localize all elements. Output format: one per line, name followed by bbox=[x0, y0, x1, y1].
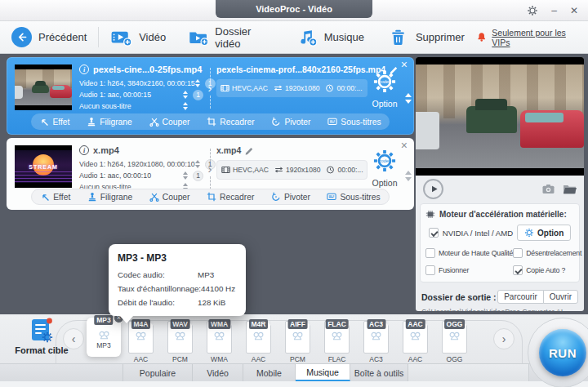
scroll-right-button[interactable]: › bbox=[493, 328, 514, 349]
browse-button[interactable]: Parcourir bbox=[497, 290, 544, 304]
format-card-wma[interactable]: WMA WMA bbox=[207, 321, 232, 363]
cut-button[interactable]: Couper bbox=[149, 192, 190, 202]
crop-icon bbox=[207, 192, 216, 202]
info-icon[interactable]: i bbox=[79, 145, 89, 155]
output-info-box: HEVC,AAC 1920x1080 00:00:... bbox=[216, 79, 368, 97]
video-thumbnail[interactable]: STREAM bbox=[15, 145, 72, 188]
video-thumbnail[interactable] bbox=[15, 64, 72, 110]
output-codec: HEVC,AAC bbox=[233, 166, 269, 174]
add-music-button[interactable]: Musique bbox=[284, 21, 376, 53]
reorder-arrows[interactable] bbox=[405, 171, 412, 181]
clock-icon bbox=[325, 84, 334, 92]
settings-gear-icon[interactable] bbox=[527, 5, 538, 16]
back-arrow-icon bbox=[11, 27, 32, 47]
play-button[interactable] bbox=[423, 179, 443, 199]
thumbnail-image: STREAM bbox=[15, 150, 72, 183]
video-track-stepper[interactable] bbox=[195, 79, 200, 87]
rename-pencil-icon[interactable] bbox=[245, 146, 254, 155]
media-item-2[interactable]: × STREAM i x.mp4 Video 1: h264, 1920x108… bbox=[7, 138, 414, 210]
add-video-button[interactable]: Vidéo bbox=[99, 21, 177, 53]
codec-option-button[interactable]: codec Option bbox=[363, 69, 406, 109]
output-codec: HEVC,AAC bbox=[232, 84, 268, 92]
rotate-button[interactable]: Pivoter bbox=[271, 192, 310, 202]
high-quality-option[interactable]: Moteur de Haute Qualité bbox=[425, 248, 513, 258]
videoproc-window: VideoProc - Vidéo – ✕ Précédent Vidéo Do… bbox=[0, 0, 588, 387]
resize-icon bbox=[274, 166, 283, 174]
format-card-aiff[interactable]: AIFF PCM bbox=[285, 321, 310, 363]
gear-icon bbox=[524, 228, 534, 238]
reel-icon bbox=[213, 331, 225, 340]
watermark-button[interactable]: Filigrane bbox=[87, 192, 133, 202]
high-quality-checkbox[interactable] bbox=[425, 248, 435, 258]
deinterlace-checkbox[interactable] bbox=[513, 248, 523, 258]
output-resolution: 1920x1080 bbox=[286, 166, 321, 174]
media-item-1[interactable]: × i pexels-cine...0-25fps.mp4 Video 1: h… bbox=[7, 57, 414, 135]
format-card-ac3[interactable]: AC3 AC3 bbox=[363, 321, 389, 363]
tab-populaire[interactable]: Populaire bbox=[122, 364, 193, 381]
source-filename: x.mp4 bbox=[93, 145, 119, 155]
info-icon[interactable]: i bbox=[79, 64, 89, 74]
format-card-m4r[interactable]: M4R AAC bbox=[246, 321, 271, 363]
run-button[interactable]: RUN bbox=[539, 329, 586, 376]
crop-button[interactable]: Recadrer bbox=[207, 192, 254, 202]
format-card-aac[interactable]: AAC AAC bbox=[403, 321, 428, 363]
scroll-left-button[interactable]: ‹ bbox=[63, 328, 84, 349]
snapshot-camera-icon[interactable] bbox=[541, 184, 555, 194]
scissors-icon bbox=[149, 117, 159, 127]
subtitles-icon bbox=[327, 192, 336, 202]
open-button[interactable]: Ouvrir bbox=[543, 290, 578, 304]
hardware-option-button[interactable]: Option bbox=[517, 225, 571, 241]
cut-button[interactable]: Couper bbox=[149, 117, 190, 127]
effect-button[interactable]: Effet bbox=[40, 192, 70, 202]
conversion-arrow: › bbox=[203, 149, 216, 189]
crop-button[interactable]: Recadrer bbox=[207, 117, 254, 127]
gpu-checkbox[interactable] bbox=[429, 228, 439, 238]
bell-icon bbox=[476, 31, 487, 43]
audio-track-label: Audio 1: aac, 00:00:15 bbox=[79, 91, 151, 99]
watermark-button[interactable]: Filigrane bbox=[87, 117, 132, 127]
subtitle-track-stepper[interactable] bbox=[183, 102, 188, 110]
video-add-icon bbox=[110, 29, 132, 47]
effect-button[interactable]: Effet bbox=[39, 117, 69, 127]
format-card-flac[interactable]: FLAC FLAC bbox=[324, 321, 350, 363]
subtitles-icon bbox=[327, 117, 337, 127]
subtitles-button[interactable]: Sous-titres bbox=[327, 117, 381, 127]
tab-musique[interactable]: Musique bbox=[296, 364, 350, 381]
tab-mobile[interactable]: Mobile bbox=[243, 364, 296, 381]
reorder-arrows[interactable] bbox=[405, 93, 412, 104]
video-track-label: Video 1: h264, 3840x2160, 00:00:15 bbox=[79, 79, 195, 87]
video-track-stepper[interactable] bbox=[195, 160, 200, 168]
audio-track-stepper[interactable] bbox=[183, 171, 188, 180]
subtitles-button[interactable]: Sous-titres bbox=[327, 192, 380, 202]
add-video-folder-button[interactable]: Dossier vidéo bbox=[177, 21, 284, 53]
gpu-label: NVIDIA / Intel / AMD bbox=[443, 229, 513, 238]
reel-icon bbox=[252, 331, 265, 340]
audio-track-stepper[interactable] bbox=[183, 91, 188, 99]
back-button[interactable]: Précédent bbox=[0, 21, 98, 53]
chip-icon bbox=[425, 210, 435, 219]
codec-option-button[interactable]: codec Option bbox=[363, 148, 406, 188]
rotate-button[interactable]: Pivoter bbox=[271, 117, 310, 127]
crop-icon bbox=[207, 117, 216, 127]
tab-video[interactable]: Vidéo bbox=[193, 364, 243, 381]
format-card-ogg[interactable]: OGG OGG bbox=[442, 321, 467, 363]
close-button[interactable]: ✕ bbox=[570, 6, 578, 16]
tab-boite-a-outils[interactable]: Boîte à outils bbox=[350, 364, 408, 381]
open-folder-icon[interactable] bbox=[563, 184, 577, 194]
auto-copy-checkbox[interactable] bbox=[513, 265, 523, 275]
format-card-wav[interactable]: WAV PCM bbox=[167, 321, 193, 363]
auto-copy-option[interactable]: Copie Auto ? bbox=[513, 265, 581, 275]
merge-checkbox[interactable] bbox=[425, 265, 435, 275]
format-card-m4a[interactable]: M4A AAC bbox=[128, 321, 154, 363]
format-bar: Format cible ‹ × MP3 MP3 M4A AAC WAV PCM… bbox=[0, 314, 588, 363]
minimize-button[interactable]: – bbox=[551, 6, 557, 16]
output-folder-path: C:\Users\pc\Videos\VideoProc Converter A… bbox=[421, 308, 578, 311]
rename-pencil-icon[interactable] bbox=[390, 65, 399, 74]
category-tabs: Populaire Vidéo Mobile Musique Boîte à o… bbox=[0, 363, 588, 381]
merge-option[interactable]: Fusionner bbox=[425, 265, 513, 275]
format-card-mp3[interactable]: × MP3 MP3 bbox=[87, 318, 121, 357]
deinterlace-option[interactable]: Désentrelacement bbox=[513, 248, 581, 258]
delete-button[interactable]: Supprimer bbox=[376, 21, 476, 53]
output-duration: 00:00:... bbox=[336, 84, 362, 92]
vip-link[interactable]: Seulement pour les VIPs bbox=[476, 28, 588, 47]
